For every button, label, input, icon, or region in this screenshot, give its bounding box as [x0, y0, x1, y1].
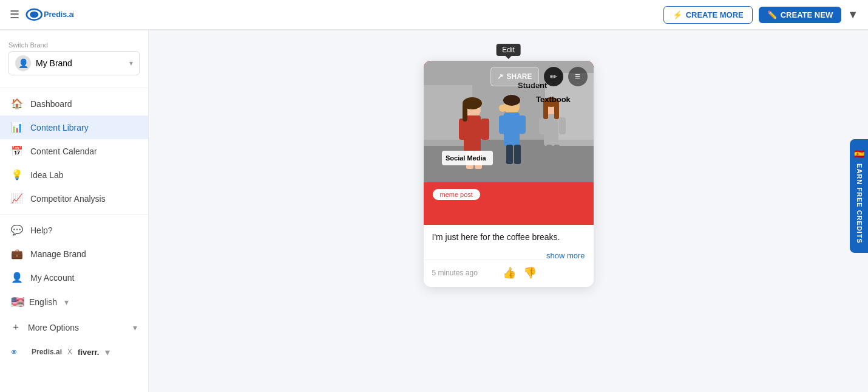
- content-calendar-label: Content Calendar: [30, 146, 97, 156]
- body-wrap: Switch Brand 👤 My Brand ▾ 🏠 Dashboard 📊 …: [0, 30, 868, 392]
- more-options-chevron-icon: ▾: [133, 323, 137, 332]
- idea-lab-icon: 💡: [11, 169, 23, 181]
- edit-button[interactable]: ✏: [544, 67, 563, 86]
- share-icon: ↗: [497, 72, 503, 81]
- create-more-label: CREATE MORE: [686, 10, 744, 19]
- svg-rect-16: [463, 103, 467, 122]
- svg-rect-29: [546, 145, 552, 163]
- caption-text: I'm just here for the coffee breaks.: [432, 232, 560, 242]
- sidebar-item-competitor-analysis[interactable]: 📈 Competitor Analysis: [0, 187, 148, 210]
- topnav: ☰ Predis.ai ⚡ CREATE MORE ✏️ CREATE NEW …: [0, 0, 868, 30]
- topnav-right: ⚡ CREATE MORE ✏️ CREATE NEW ▼: [663, 6, 858, 24]
- svg-point-23: [503, 95, 520, 106]
- help-label: Help?: [30, 225, 53, 235]
- calendar-icon: 📅: [11, 145, 23, 157]
- switch-brand-label: Switch Brand: [8, 41, 140, 49]
- x-separator: X: [67, 348, 72, 356]
- card-actions-bottom: 👍 👎: [501, 265, 538, 281]
- card-image-section: ↗ SHARE ✏ ≡: [424, 61, 594, 225]
- svg-rect-22: [514, 145, 521, 164]
- predis-fiverr-label: Predis.ai: [32, 348, 62, 356]
- fiverr-section[interactable]: Predis.ai X fiverr. ▾: [0, 340, 148, 364]
- lightning-icon: ⚡: [673, 10, 682, 19]
- sidebar-divider-1: [0, 88, 148, 88]
- svg-text:Social Media: Social Media: [446, 154, 487, 162]
- main-content: Edit ↗ SHARE ✏ ≡: [149, 30, 868, 392]
- pencil-icon: ✏️: [767, 10, 777, 19]
- sidebar-item-idea-lab[interactable]: 💡 Idea Lab: [0, 163, 148, 187]
- switch-brand-section: Switch Brand 👤 My Brand ▾: [0, 38, 148, 84]
- share-button[interactable]: ↗ SHARE: [490, 67, 538, 86]
- card-actions-top: ↗ SHARE ✏ ≡: [490, 67, 587, 86]
- sidebar-divider-2: [0, 214, 148, 215]
- idea-lab-label: Idea Lab: [30, 170, 64, 180]
- language-chevron-icon: ▾: [64, 297, 69, 307]
- svg-point-24: [499, 105, 506, 112]
- card-footer: 5 minutes ago 👍 👎: [424, 260, 546, 287]
- content-library-label: Content Library: [30, 123, 89, 132]
- show-more-link[interactable]: show more: [546, 251, 585, 260]
- manage-brand-label: Manage Brand: [30, 249, 86, 259]
- thumbs-up-button[interactable]: 👍: [501, 265, 517, 281]
- sidebar-item-dashboard[interactable]: 🏠 Dashboard: [0, 92, 148, 115]
- plus-icon: ＋: [11, 321, 21, 334]
- language-label: English: [29, 297, 57, 307]
- brand-chevron-icon: ▾: [129, 59, 133, 67]
- edit-pencil-icon: ✏: [550, 72, 557, 81]
- menu-button[interactable]: ≡: [568, 67, 588, 86]
- svg-rect-12: [481, 119, 489, 140]
- create-more-button[interactable]: ⚡ CREATE MORE: [663, 6, 753, 24]
- brand-selector[interactable]: 👤 My Brand ▾: [8, 51, 140, 75]
- competitor-label: Competitor Analysis: [30, 194, 106, 204]
- help-icon: 💬: [11, 224, 23, 236]
- svg-rect-21: [506, 145, 513, 164]
- my-account-icon: 👤: [11, 272, 23, 283]
- earn-credits-button[interactable]: 🇪🇸 EARN FREE CREDITS: [850, 139, 868, 253]
- create-new-label: CREATE NEW: [781, 10, 833, 19]
- svg-rect-27: [539, 117, 546, 134]
- svg-point-4: [13, 351, 15, 352]
- post-timestamp: 5 minutes ago: [432, 269, 478, 277]
- fiverr-label: fiverr.: [78, 348, 99, 357]
- sidebar-item-my-account[interactable]: 👤 My Account: [0, 266, 148, 289]
- dashboard-label: Dashboard: [30, 99, 72, 109]
- predis-logo-small: [11, 346, 28, 358]
- filter-icon[interactable]: ▼: [847, 9, 858, 21]
- svg-text:Textbook: Textbook: [536, 95, 571, 104]
- more-options-item[interactable]: ＋ More Options ▾: [0, 315, 148, 340]
- create-new-button[interactable]: ✏️ CREATE NEW: [759, 7, 841, 23]
- sidebar-item-help[interactable]: 💬 Help?: [0, 218, 148, 242]
- svg-rect-30: [554, 145, 560, 163]
- fiverr-chevron-icon: ▾: [105, 346, 110, 358]
- svg-rect-32: [543, 102, 548, 119]
- svg-rect-28: [559, 117, 566, 134]
- post-caption: I'm just here for the coffee breaks.: [432, 231, 585, 244]
- post-card: ↗ SHARE ✏ ≡: [424, 61, 594, 287]
- brand-name-label: My Brand: [36, 58, 124, 68]
- hamburger-icon[interactable]: ☰: [10, 8, 19, 21]
- thumbs-down-button[interactable]: 👎: [522, 265, 538, 281]
- svg-rect-20: [518, 115, 526, 134]
- sidebar-item-content-library[interactable]: 📊 Content Library: [0, 115, 148, 139]
- brand-avatar: 👤: [15, 55, 31, 71]
- language-selector[interactable]: 🇺🇸 English ▾: [0, 289, 148, 315]
- logo-svg: Predis.ai: [25, 6, 74, 23]
- sidebar-item-content-calendar[interactable]: 📅 Content Calendar: [0, 139, 148, 163]
- logo: Predis.ai: [25, 6, 74, 23]
- svg-point-1: [30, 12, 38, 18]
- meme-tag: meme post: [432, 188, 481, 201]
- earn-credits-label: EARN FREE CREDITS: [856, 163, 863, 244]
- topnav-left: ☰ Predis.ai: [10, 6, 74, 23]
- edit-tooltip: Edit: [496, 44, 521, 56]
- sidebar-item-manage-brand[interactable]: 💼 Manage Brand: [0, 242, 148, 266]
- share-label: SHARE: [506, 72, 532, 81]
- svg-text:Predis.ai: Predis.ai: [44, 10, 74, 19]
- card-body: I'm just here for the coffee breaks. sho…: [424, 225, 594, 256]
- my-account-label: My Account: [30, 273, 74, 283]
- competitor-icon: 📈: [11, 193, 23, 204]
- manage-brand-icon: 💼: [11, 248, 23, 260]
- svg-rect-33: [554, 102, 559, 119]
- svg-rect-19: [499, 115, 506, 134]
- dashboard-icon: 🏠: [11, 98, 23, 109]
- content-library-icon: 📊: [11, 122, 23, 133]
